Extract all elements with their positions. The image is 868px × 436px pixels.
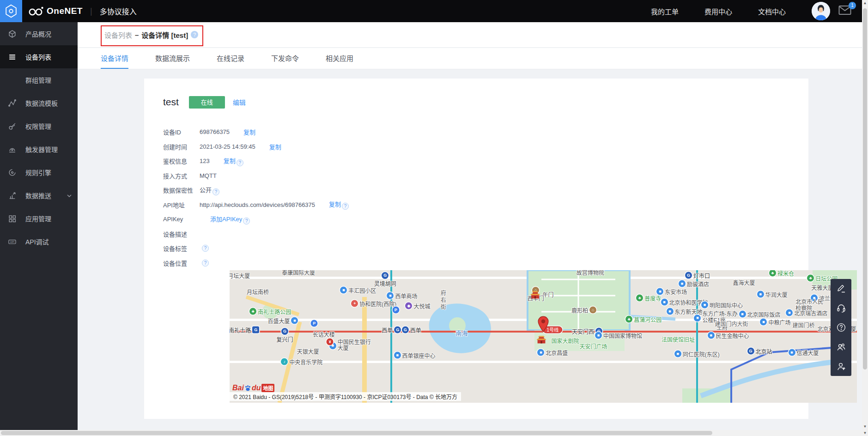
tab-2[interactable]: 在线记录	[217, 48, 244, 69]
sidebar-item-1[interactable]: 设备列表	[0, 45, 78, 68]
vertical-scroll-thumb[interactable]	[863, 8, 867, 369]
map-marker-灵境胡同: G灵境胡同	[374, 272, 396, 287]
float-headset-icon[interactable]	[831, 298, 851, 318]
map-label: 北京国际饭店	[747, 310, 780, 318]
map-marker-天银大厦: 天银大厦	[297, 347, 319, 355]
poi-blue-icon: ■	[789, 349, 795, 356]
question-icon[interactable]: ?	[191, 31, 198, 38]
map-marker-南礼士路公园: ♣南礼士路公园	[249, 307, 291, 315]
avatar[interactable]	[812, 2, 830, 20]
edit-button[interactable]: 编辑	[233, 97, 246, 107]
map-label: 鹿形柏	[571, 306, 588, 314]
map-label: 励骏酒店	[687, 279, 709, 287]
parking-icon: P	[311, 320, 318, 327]
copy-link[interactable]: 复制?	[224, 156, 243, 166]
mail-badge: 1	[849, 2, 856, 9]
map-label: 民生金融中心	[716, 331, 749, 339]
poi-blue-icon: ■	[661, 298, 668, 305]
float-community-icon[interactable]	[831, 337, 851, 357]
sidebar-item-9[interactable]: APIAPI调试	[0, 230, 78, 253]
poi-blue-icon: ■	[595, 332, 602, 339]
help-icon[interactable]: ?	[202, 260, 209, 266]
rules-icon	[8, 169, 16, 176]
copy-link[interactable]: 复制	[269, 142, 281, 151]
sidebar-item-label: 规则引擎	[25, 168, 51, 177]
breadcrumb: 设备列表 – 设备详情 [test] ?	[78, 22, 862, 48]
map-marker-百盛大厦: ■百盛大厦	[267, 317, 298, 325]
add-apikey-link[interactable]: 添加APIKey?	[210, 216, 250, 223]
horizontal-scrollbar[interactable]	[0, 430, 862, 436]
map-label: 月坛南桥	[247, 287, 269, 295]
field-row: 创建时间2021-03-25 14:59:45复制	[163, 139, 808, 154]
field-value: 123	[200, 157, 210, 164]
field-label: 创建时间	[163, 142, 200, 151]
map-label: 大悦城	[413, 302, 430, 310]
brand-logo[interactable]: OneNET	[28, 6, 83, 17]
sidebar-item-4[interactable]: 权限管理	[0, 115, 78, 138]
help-icon[interactable]: ?	[212, 188, 219, 195]
field-label: APIKey	[163, 216, 200, 223]
horizontal-scroll-thumb[interactable]	[1, 431, 712, 435]
flow-icon	[8, 99, 16, 107]
vertical-scrollbar[interactable]: ▲ ▼	[862, 0, 868, 430]
help-icon[interactable]: ?	[202, 245, 209, 252]
float-help-circle-icon[interactable]	[831, 318, 851, 337]
tab-3[interactable]: 下发命令	[271, 48, 299, 69]
map-marker-鹿形柏: ⌂鹿形柏	[571, 306, 596, 314]
sidebar-item-2[interactable]: 群组管理	[0, 68, 78, 91]
sidebar: 产品概况设备列表群组管理数据流模板权限管理触发器管理规则引擎数据推送应用管理AP…	[0, 22, 78, 430]
tab-1[interactable]: 数据流展示	[155, 48, 190, 69]
scroll-up-arrow[interactable]: ▲	[862, 0, 868, 6]
float-user-add-icon[interactable]	[831, 357, 851, 376]
map-marker-菖蒲河公园: ♣菖蒲河公园	[625, 315, 662, 323]
onenet-logo-icon[interactable]	[0, 0, 22, 22]
topnav-item-0[interactable]: 我的工单	[651, 6, 679, 16]
topnav-item-1[interactable]: 费用中心	[704, 6, 732, 16]
scroll-down-arrow[interactable]: ▼	[862, 424, 868, 430]
map-label: 协和医院(西院)	[359, 299, 396, 307]
palace-icon	[535, 334, 547, 344]
poi-blue-icon: ■	[679, 280, 686, 287]
field-row: 设备位置?	[163, 256, 808, 271]
sidebar-item-0[interactable]: 产品概况	[0, 22, 78, 45]
map-label: 中央音乐学院	[289, 358, 322, 366]
help-icon[interactable]: ?	[243, 218, 250, 224]
sidebar-item-label: API调试	[25, 237, 49, 246]
float-pencil-icon[interactable]	[831, 279, 851, 298]
mail-button[interactable]: 1	[838, 5, 852, 17]
sidebar-item-8[interactable]: 应用管理	[0, 207, 78, 230]
tab-0[interactable]: 设备详情	[101, 48, 128, 69]
field-value: 698766375	[200, 128, 230, 135]
map-label: 国家大剧院	[552, 337, 579, 345]
sidebar-item-3[interactable]: 数据流模板	[0, 91, 78, 115]
metro-sq-icon: G	[252, 327, 259, 333]
park-icon: ♣	[249, 308, 256, 315]
sidebar-item-7[interactable]: 数据推送	[0, 184, 78, 207]
scrollbar-corner[interactable]: ▼	[862, 430, 868, 436]
field-row: 设备标签?	[163, 241, 808, 256]
topnav-item-2[interactable]: 文档中心	[758, 6, 786, 16]
park-icon: ♣	[807, 275, 814, 282]
map-marker-华润大厦: ■华润大厦	[757, 290, 788, 298]
tab-4[interactable]: 相关应用	[326, 48, 353, 69]
field-row: 鉴权信息123复制?	[163, 154, 808, 169]
poi-purple-icon: ◆	[405, 303, 412, 309]
help-icon[interactable]: ?	[237, 159, 243, 166]
copy-link[interactable]: 复制	[243, 127, 255, 136]
sidebar-item-5[interactable]: 触发器管理	[0, 138, 78, 161]
map-marker-月坛大厦: 月坛大厦	[230, 272, 250, 279]
field-label: 设备描述	[163, 230, 200, 238]
poi-brown-icon: ⌂	[589, 307, 596, 314]
help-icon[interactable]: ?	[342, 203, 349, 210]
device-location-pin[interactable]	[536, 316, 550, 334]
metro-icon: G	[394, 327, 401, 333]
map-marker-励骏酒店: ■励骏酒店	[679, 279, 709, 287]
map-marker-大悦城: ◆大悦城	[405, 302, 430, 310]
map-marker-北京瑞吉酒店: ■北京瑞吉酒店	[786, 309, 827, 316]
copy-link[interactable]: 复制?	[329, 200, 349, 210]
map-marker-中粮广场: ■中粮广场	[760, 318, 790, 326]
chevron-down-icon	[67, 192, 72, 199]
baidu-map[interactable]: 月坛大厦泰康国际大厦G灵境胡同故宫博物院G灯市口♣禄米仓♣日坛公园■励骏酒店鑫海…	[230, 270, 857, 403]
sidebar-item-6[interactable]: 规则引擎	[0, 161, 78, 184]
map-marker-灯市口: G灯市口	[685, 272, 710, 279]
